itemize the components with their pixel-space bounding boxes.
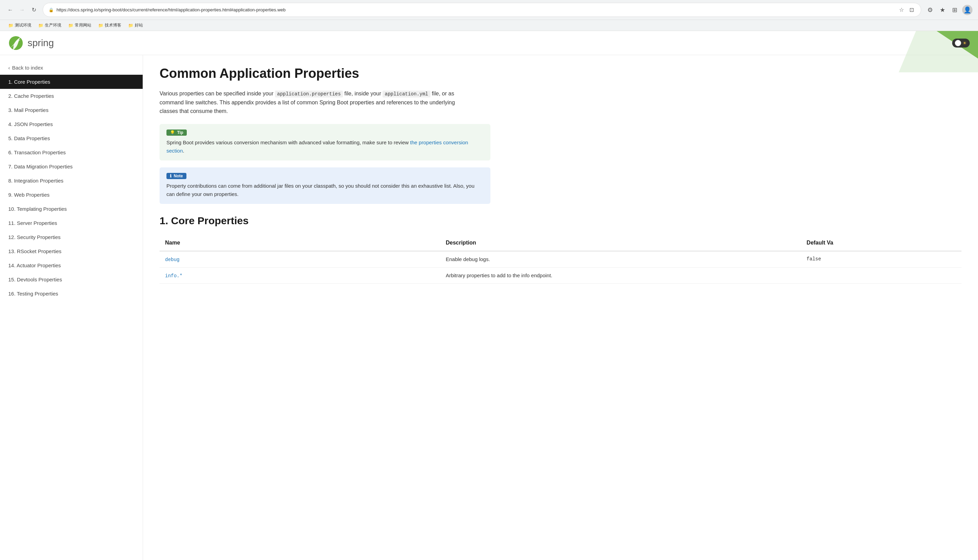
col-header-name: Name — [160, 235, 440, 251]
sidebar-link-devtools[interactable]: 15. Devtools Properties — [0, 272, 143, 287]
sidebar-link-integration[interactable]: 8. Integration Properties — [0, 173, 143, 188]
sidebar-item-cache: 2. Cache Properties — [0, 89, 143, 103]
bookmark-haozhan[interactable]: 📁 好站 — [125, 22, 146, 29]
table-header-row: Name Description Default Va — [160, 235, 961, 251]
bookmark-shengchanhuanjing[interactable]: 📁 生产环境 — [35, 22, 64, 29]
sidebar-item-label: 7. Data Migration Properties — [8, 163, 73, 170]
sidebar-item-label: 10. Templating Properties — [8, 206, 67, 212]
spring-logo-link[interactable]: spring — [8, 35, 54, 51]
browser-chrome: ← → ↻ 🔒 https://docs.spring.io/spring-bo… — [0, 0, 978, 20]
sidebar-item-label: 12. Security Properties — [8, 234, 61, 240]
sidebar-item-label: 14. Actuator Properties — [8, 262, 61, 268]
nav-buttons: ← → ↻ — [5, 5, 38, 15]
bookmark-ceshihuanjing[interactable]: 📁 测试环境 — [5, 22, 34, 29]
tip-link-suffix: . — [183, 148, 184, 153]
bookmark-folder-icon: 📁 — [38, 23, 43, 28]
back-to-index-link[interactable]: ‹ Back to index — [0, 61, 143, 75]
sidebar-link-json[interactable]: 4. JSON Properties — [0, 117, 143, 131]
sidebar-item-testing: 16. Testing Properties — [0, 287, 143, 301]
note-badge: ℹ Note — [167, 173, 187, 179]
note-text: Property contributions can come from add… — [167, 182, 484, 198]
sidebar-item-label: 3. Mail Properties — [8, 107, 48, 113]
sidebar-link-cache[interactable]: 2. Cache Properties — [0, 89, 143, 103]
sidebar-link-server[interactable]: 11. Server Properties — [0, 216, 143, 230]
sidebar-item-actuator: 14. Actuator Properties — [0, 258, 143, 272]
sidebar-item-integration: 8. Integration Properties — [0, 173, 143, 188]
table-header: Name Description Default Va — [160, 235, 961, 251]
sidebar-link-rsocket[interactable]: 13. RSocket Properties — [0, 244, 143, 258]
sidebar-item-data: 5. Data Properties — [0, 131, 143, 145]
bookmark-folder-icon: 📁 — [98, 23, 103, 28]
collection-button[interactable]: ⊡ — [908, 5, 915, 15]
sidebar-link-actuator[interactable]: 14. Actuator Properties — [0, 258, 143, 272]
sidebar-link-web[interactable]: 9. Web Properties — [0, 188, 143, 202]
sidebar-item-devtools: 15. Devtools Properties — [0, 272, 143, 287]
tip-icon: 💡 — [170, 130, 175, 135]
back-button[interactable]: ← — [5, 5, 15, 15]
bookmark-label: 技术博客 — [105, 22, 121, 28]
section-core-properties: 1. Core Properties Name Description Defa… — [160, 215, 961, 284]
bookmark-changyongwangzhan[interactable]: 📁 常用网站 — [65, 22, 94, 29]
code-app-yml: application.yml — [382, 91, 430, 97]
reload-button[interactable]: ↻ — [29, 5, 38, 15]
url-text: https://docs.spring.io/spring-boot/docs/… — [57, 7, 895, 12]
section-heading: 1. Core Properties — [160, 215, 961, 227]
bookmark-jishubo[interactable]: 📁 技术博客 — [95, 22, 124, 29]
page-title: Common Application Properties — [160, 66, 961, 81]
prop-name-cell: info.* — [160, 267, 440, 283]
tip-badge-label: Tip — [177, 130, 184, 135]
sidebar-link-testing[interactable]: 16. Testing Properties — [0, 287, 143, 301]
address-actions: ☆ ⊡ — [898, 5, 915, 15]
properties-table: Name Description Default Va debug Enable… — [160, 235, 961, 284]
sidebar-link-datamigration[interactable]: 7. Data Migration Properties — [0, 160, 143, 173]
prop-link-info[interactable]: info.* — [165, 273, 182, 278]
bookmark-folder-icon: 📁 — [8, 23, 13, 28]
favorites-button[interactable]: ★ — [938, 5, 947, 15]
address-bar[interactable]: 🔒 https://docs.spring.io/spring-boot/doc… — [43, 3, 921, 17]
sidebar-item-json: 4. JSON Properties — [0, 117, 143, 131]
prop-link-debug[interactable]: debug — [165, 257, 180, 262]
star-button[interactable]: ☆ — [898, 5, 905, 15]
sidebar-link-core[interactable]: 1. Core Properties — [0, 75, 143, 89]
back-chevron-icon: ‹ — [8, 65, 10, 71]
collections-button[interactable]: ⊞ — [950, 5, 960, 15]
sidebar-link-mail[interactable]: 3. Mail Properties — [0, 103, 143, 117]
forward-button[interactable]: → — [17, 5, 27, 15]
sidebar: ‹ Back to index 1. Core Properties 2. Ca… — [0, 55, 143, 560]
lock-icon: 🔒 — [48, 8, 54, 12]
toggle-circle — [955, 40, 961, 46]
tip-text: Spring Boot provides various conversion … — [167, 138, 484, 155]
bookmark-label: 好站 — [135, 22, 143, 28]
table-row: debug Enable debug logs. false — [160, 251, 961, 268]
sidebar-item-rsocket: 13. RSocket Properties — [0, 244, 143, 258]
dark-mode-toggle[interactable]: ☀ — [952, 38, 970, 48]
prop-description-cell: Arbitrary properties to add to the info … — [440, 267, 801, 283]
col-header-description: Description — [440, 235, 801, 251]
sidebar-item-label: 15. Devtools Properties — [8, 277, 62, 282]
table-body: debug Enable debug logs. false info.* Ar… — [160, 251, 961, 284]
sidebar-item-label: 2. Cache Properties — [8, 93, 54, 99]
bookmark-label: 生产环境 — [45, 22, 61, 28]
sidebar-nav: 1. Core Properties 2. Cache Properties 3… — [0, 75, 143, 301]
prop-description-cell: Enable debug logs. — [440, 251, 801, 268]
sidebar-item-label: 6. Transaction Properties — [8, 150, 66, 155]
sidebar-item-label: 11. Server Properties — [8, 220, 57, 226]
toolbar-right: ⚙ ★ ⊞ 👤 — [925, 5, 973, 15]
bookmark-label: 测试环境 — [15, 22, 32, 28]
note-badge-label: Note — [174, 173, 183, 178]
sidebar-link-transaction[interactable]: 6. Transaction Properties — [0, 145, 143, 160]
intro-text-start: Various properties can be specified insi… — [160, 91, 274, 97]
tip-box: 💡 Tip Spring Boot provides various conve… — [160, 124, 491, 160]
sidebar-link-security[interactable]: 12. Security Properties — [0, 230, 143, 244]
back-to-index-label: Back to index — [12, 65, 43, 71]
sidebar-item-label: 4. JSON Properties — [8, 121, 53, 127]
site-header: spring ☀ — [0, 31, 978, 55]
prop-default-cell: false — [801, 251, 961, 268]
profile-button[interactable]: 👤 — [962, 5, 973, 15]
sidebar-link-data[interactable]: 5. Data Properties — [0, 131, 143, 145]
table-row: info.* Arbitrary properties to add to th… — [160, 267, 961, 283]
extensions-button[interactable]: ⚙ — [925, 5, 935, 15]
sidebar-link-templating[interactable]: 10. Templating Properties — [0, 202, 143, 216]
sidebar-item-label: 8. Integration Properties — [8, 178, 63, 183]
sidebar-item-label: 9. Web Properties — [8, 192, 50, 198]
